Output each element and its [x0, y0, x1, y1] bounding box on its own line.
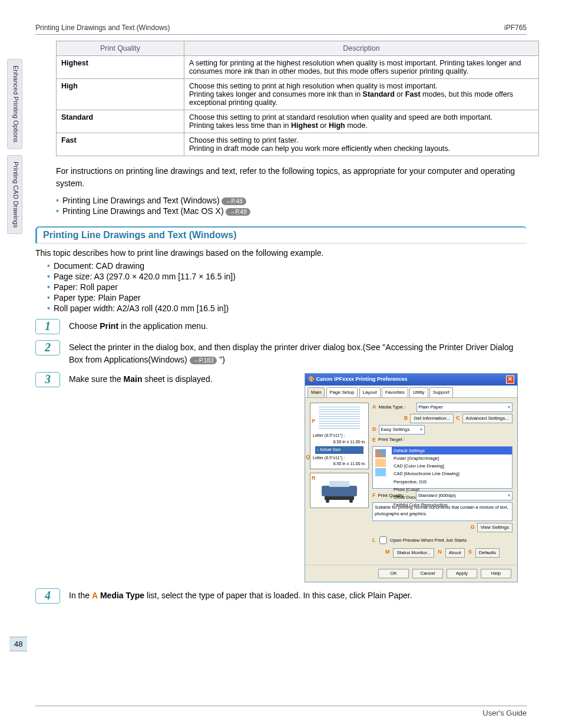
printer-icon — [319, 480, 360, 503]
svg-rect-1 — [329, 481, 349, 487]
section-intro: This topic describes how to print line d… — [35, 248, 527, 258]
open-preview-checkbox[interactable] — [379, 536, 387, 544]
defaults-button[interactable]: Defaults — [475, 548, 500, 558]
table-row: Standard Choose this setting to print at… — [57, 110, 539, 133]
svg-rect-0 — [322, 486, 357, 496]
badge-e-icon: E — [372, 436, 376, 444]
link-macosx[interactable]: Printing Line Drawings and Text (Mac OS … — [62, 206, 224, 216]
close-icon[interactable]: ✕ — [506, 375, 514, 384]
section-heading: Printing Line Drawings and Text (Windows… — [35, 226, 527, 243]
link-windows[interactable]: Printing Line Drawings and Text (Windows… — [62, 196, 220, 205]
tab-favorites[interactable]: Favorites — [382, 387, 408, 397]
cancel-button[interactable]: Cancel — [412, 569, 443, 578]
tab-page-setup[interactable]: Page Setup — [326, 387, 358, 397]
step-number-icon: 3 — [35, 372, 60, 387]
badge-m-icon: M — [385, 548, 390, 558]
help-button[interactable]: Help — [481, 569, 511, 578]
print-quality-table: Print Quality Description Highest A sett… — [56, 41, 539, 156]
badge-f-icon: F — [372, 492, 376, 500]
printing-preferences-dialog: 🎨 Canon iPFxxxx Printing Preferences ✕ M… — [305, 373, 518, 582]
dialog-titlebar[interactable]: 🎨 Canon iPFxxxx Printing Preferences ✕ — [305, 374, 517, 386]
description-box: Suitable for printing normal documents t… — [372, 502, 513, 521]
step-1: 1 Choose Print in the application menu. — [35, 319, 527, 334]
dialog-tabs: Main Page Setup Layout Favorites Utility… — [305, 386, 517, 398]
side-tabs: Enhanced Printing Options Printing CAD D… — [7, 59, 22, 240]
page-ref[interactable]: →P.183 — [190, 357, 217, 364]
th-desc: Description — [184, 41, 539, 56]
view-settings-button[interactable]: View Settings — [477, 523, 513, 532]
th-quality: Print Quality — [57, 41, 184, 56]
page-preview: P Q Letter (8.5"x11") : 8.50 in x 11.00 … — [310, 403, 369, 469]
example-list: •Document: CAD drawing •Page size: A3 (2… — [47, 261, 527, 313]
footer: User's Guide — [35, 706, 527, 717]
easy-settings-select[interactable]: Easy Settings — [379, 425, 425, 434]
step-number-icon: 4 — [35, 588, 60, 604]
page-ref[interactable]: →P.49 — [226, 208, 250, 216]
advanced-settings-button[interactable]: Advanced Settings... — [462, 414, 513, 423]
get-information-button[interactable]: Get Information... — [410, 414, 454, 423]
media-type-select[interactable]: Plain Paper — [416, 403, 513, 412]
header-right: iPF765 — [504, 24, 527, 32]
ok-button[interactable]: OK — [378, 569, 409, 578]
badge-q-icon: Q — [306, 453, 310, 462]
about-button[interactable]: About — [445, 548, 465, 558]
step-2: 2 Select the printer in the dialog box, … — [35, 340, 527, 366]
step-number-icon: 1 — [35, 319, 60, 334]
svg-rect-2 — [325, 496, 354, 500]
apply-button[interactable]: Apply — [447, 569, 477, 578]
page-number: 48 — [9, 637, 27, 651]
badge-a-icon: A — [372, 403, 376, 411]
intro-text: For instructions on printing line drawin… — [56, 165, 527, 190]
badge-d-icon: D — [372, 426, 376, 434]
tab-support[interactable]: Support — [429, 387, 453, 397]
print-target-list[interactable]: Default Settings Poster [Graphic/Image] … — [372, 446, 513, 489]
print-quality-select[interactable]: Standard (600dpi) — [416, 491, 513, 500]
badge-c-icon: C — [456, 414, 460, 423]
badge-r-icon: R — [312, 475, 316, 483]
step-3: 3 Make sure the Main sheet is displayed.… — [35, 372, 527, 582]
side-tab-cad[interactable]: Printing CAD Drawings — [7, 155, 22, 234]
badge-n-icon: N — [438, 548, 442, 558]
svg-point-3 — [326, 499, 329, 503]
badge-l-icon: L — [372, 536, 376, 542]
svg-point-4 — [349, 499, 353, 503]
tab-main[interactable]: Main — [308, 387, 325, 397]
step-4: 4 In the A Media Type list, select the t… — [35, 588, 527, 604]
side-tab-enhanced[interactable]: Enhanced Printing Options — [7, 59, 22, 149]
tab-utility[interactable]: Utility — [409, 387, 428, 397]
printer-preview: R — [310, 473, 369, 508]
step-number-icon: 2 — [35, 340, 60, 355]
tab-layout[interactable]: Layout — [359, 387, 381, 397]
header-left: Printing Line Drawings and Text (Windows… — [35, 24, 170, 32]
badge-p-icon: P — [312, 417, 315, 426]
page-header: Printing Line Drawings and Text (Windows… — [35, 24, 527, 35]
link-list: •Printing Line Drawings and Text (Window… — [56, 196, 527, 216]
badge-s-icon: S — [468, 548, 472, 558]
table-row: Highest A setting for printing at the hi… — [57, 56, 539, 79]
page-ref[interactable]: →P.48 — [222, 197, 246, 205]
letter-a-icon: A — [92, 589, 98, 602]
table-row: High Choose this setting to print at hig… — [57, 79, 539, 110]
table-row: Fast Choose this setting to print faster… — [57, 133, 539, 156]
status-monitor-button[interactable]: Status Monitor... — [393, 548, 434, 558]
badge-g-icon: G — [471, 523, 475, 532]
badge-b-icon: B — [404, 414, 408, 423]
